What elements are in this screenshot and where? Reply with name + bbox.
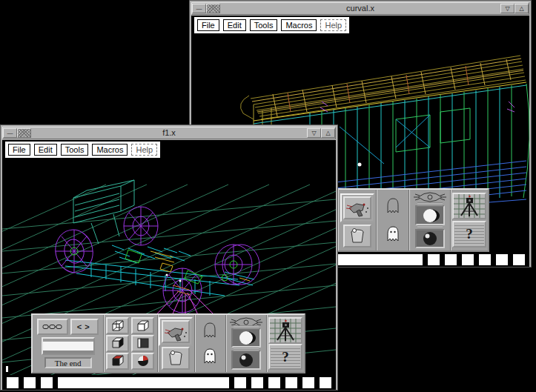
palette-square[interactable]	[513, 254, 525, 265]
palette-square[interactable]	[496, 254, 508, 265]
menu-file[interactable]: File	[8, 144, 30, 156]
camera-tripod-icon	[270, 319, 301, 342]
next-arrow-icon: >	[85, 322, 92, 331]
red-rounded-cube-icon	[136, 354, 150, 368]
outline-cube-icon	[136, 319, 150, 333]
spray-button-face	[162, 320, 190, 343]
menubar-curval: File Edit Tools Macros Help	[194, 17, 349, 33]
render-sphere-light-icon	[235, 330, 257, 346]
wireframe-cube-icon	[110, 319, 125, 333]
chain-link-button[interactable]	[37, 319, 68, 335]
front-spray-tool-button[interactable]	[159, 317, 193, 346]
spray-icon	[345, 198, 370, 217]
front-render-sphere-light-button[interactable]	[231, 328, 261, 348]
palette-square[interactable]	[320, 377, 331, 388]
palette-square[interactable]	[428, 254, 440, 265]
front-bucket-tool-button[interactable]	[162, 347, 190, 370]
viewport-f1[interactable]: File Edit Tools Macros Help	[2, 140, 336, 375]
maximize-icon[interactable]: △	[515, 4, 529, 13]
viewport-origin-mark	[6, 366, 8, 372]
spray-button-face	[343, 196, 371, 219]
bucket-icon	[348, 227, 366, 245]
wireframe-cube-button[interactable]	[106, 317, 129, 334]
front-camera-tripod-button[interactable]	[268, 317, 302, 344]
palette-track[interactable]	[58, 377, 229, 388]
window-title: f1.x	[3, 128, 335, 138]
red-rounded-cube-button[interactable]	[131, 353, 154, 370]
back-render-sphere-light-button[interactable]	[415, 205, 445, 225]
the-end-label: The end	[44, 357, 92, 368]
menu-edit[interactable]: Edit	[34, 144, 57, 156]
back-ghost-outline-icon[interactable]	[386, 197, 400, 215]
palette-square[interactable]	[7, 377, 19, 388]
chain-link-icon	[42, 323, 63, 330]
menu-file[interactable]: File	[197, 19, 219, 31]
menubar-f1: File Edit Tools Macros Help	[5, 142, 160, 158]
red-cube-icon	[110, 354, 125, 368]
window-title: curval.x	[192, 4, 529, 13]
question-icon: ?	[271, 346, 300, 368]
pattern-icon[interactable]	[17, 128, 31, 138]
iconify-icon[interactable]: ▽	[500, 4, 515, 13]
solid-panel-button[interactable]	[131, 335, 154, 352]
menu-macros[interactable]: Macros	[281, 19, 317, 31]
bucket-icon	[167, 349, 185, 367]
window-menu-icon[interactable]: —	[3, 128, 17, 138]
titlebar-f1[interactable]: — f1.x ▽ △	[2, 127, 336, 139]
tool-panel-curval: ?	[337, 188, 489, 252]
window-menu-icon[interactable]: —	[192, 4, 206, 13]
outline-cube-button[interactable]	[131, 317, 154, 334]
iconify-icon[interactable]: ▽	[307, 128, 321, 138]
palette-square[interactable]	[268, 377, 280, 388]
back-ghost-solid-icon[interactable]	[386, 225, 400, 243]
back-bucket-tool-button[interactable]	[343, 225, 371, 248]
back-camera-tripod-button[interactable]	[452, 193, 486, 219]
palette-square[interactable]	[479, 254, 491, 265]
solid-panel-icon	[136, 336, 150, 350]
palette-square[interactable]	[285, 377, 297, 388]
menu-tools[interactable]: Tools	[61, 144, 89, 156]
menu-help[interactable]: Help	[131, 144, 157, 156]
back-eye-icon[interactable]	[413, 192, 447, 202]
render-sphere-dark-icon	[419, 230, 441, 247]
palette-square[interactable]	[462, 254, 474, 265]
shaded-cube-icon	[110, 336, 125, 350]
palette-square[interactable]	[251, 377, 263, 388]
titlebar-curval[interactable]: — curval.x ▽ △	[191, 2, 529, 15]
palette-square[interactable]	[234, 377, 246, 388]
palette-square[interactable]	[445, 254, 457, 265]
back-spray-tool-button[interactable]	[340, 193, 374, 222]
maximize-icon[interactable]: △	[321, 128, 335, 138]
menu-tools[interactable]: Tools	[250, 19, 278, 31]
palette-square[interactable]	[24, 377, 36, 388]
front-ghost-outline-icon[interactable]	[202, 322, 217, 339]
render-sphere-dark-icon	[235, 352, 257, 368]
palette-square[interactable]	[41, 377, 53, 388]
prev-next-button[interactable]: < >	[70, 319, 99, 335]
front-ghost-solid-icon[interactable]	[202, 348, 217, 365]
question-icon: ?	[454, 223, 484, 245]
pattern-icon[interactable]	[206, 4, 220, 13]
front-render-sphere-dark-button[interactable]	[231, 351, 261, 370]
action-bar-button[interactable]	[42, 337, 95, 355]
desktop: { "screen": { "background": "#000000" },…	[0, 0, 536, 392]
spray-icon	[163, 322, 188, 342]
render-sphere-light-icon	[419, 207, 441, 224]
back-help-question-button[interactable]: ?	[452, 221, 486, 248]
camera-tripod-icon	[454, 194, 485, 218]
palette-square[interactable]	[302, 377, 314, 388]
palette-bar-f1	[2, 375, 336, 390]
tool-panel-f1: < > The end	[31, 313, 305, 373]
red-cube-button[interactable]	[106, 353, 129, 370]
shaded-cube-button[interactable]	[106, 335, 129, 352]
prev-arrow-icon: <	[77, 322, 85, 331]
front-help-question-button[interactable]: ?	[268, 344, 302, 370]
menu-help[interactable]: Help	[320, 19, 346, 31]
front-eye-icon[interactable]	[229, 317, 263, 325]
back-render-sphere-dark-button[interactable]	[415, 229, 445, 248]
menu-edit[interactable]: Edit	[223, 19, 246, 31]
window-f1[interactable]: — f1.x ▽ △	[0, 124, 338, 391]
menu-macros[interactable]: Macros	[92, 144, 128, 156]
